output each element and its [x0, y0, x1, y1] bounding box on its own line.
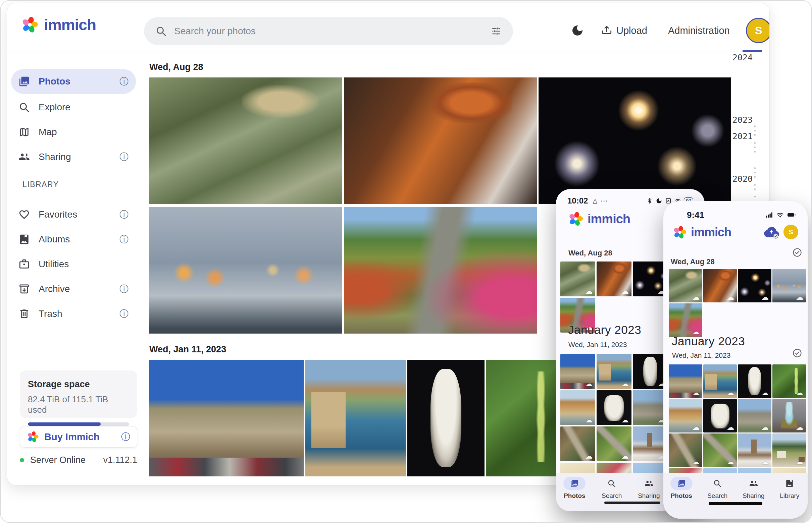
- user-avatar[interactable]: S: [746, 18, 770, 43]
- sidebar-item-photos[interactable]: Photos ⓘ: [11, 69, 136, 94]
- timeline-year[interactable]: 2021: [731, 131, 753, 141]
- photo-lizard[interactable]: ☁: [560, 427, 595, 461]
- sidebar-item-explore[interactable]: Explore: [11, 95, 136, 120]
- cloud-backup-icon: ☁: [727, 294, 734, 301]
- nav-item-sharing[interactable]: Sharing: [736, 477, 771, 500]
- photo-monkeys[interactable]: [149, 77, 342, 204]
- info-icon[interactable]: ⓘ: [119, 235, 128, 244]
- sidebar-item-sharing[interactable]: Sharing ⓘ: [11, 144, 136, 169]
- photo-berries[interactable]: [486, 360, 563, 476]
- upload-button[interactable]: Upload: [601, 25, 647, 36]
- timeline-year[interactable]: 2024: [731, 53, 753, 62]
- nav-item-sharing[interactable]: Sharing: [632, 477, 667, 500]
- timeline-year[interactable]: 2023: [731, 115, 753, 125]
- nav-item-photos[interactable]: Photos: [664, 477, 699, 500]
- mobile-mockup-ios: 9:41 immich S Wed, Aug 28 ☁ ☁ ☁ ☁ ☁ Janu…: [663, 201, 808, 519]
- photo-beach[interactable]: ☁: [669, 399, 702, 432]
- photo-bust[interactable]: ☁: [738, 364, 772, 398]
- timeline-scrubber-handle[interactable]: [743, 50, 762, 52]
- photo-dinner[interactable]: ☁: [597, 262, 632, 296]
- date-group-header: Wed, Aug 28: [671, 257, 715, 266]
- online-status-dot: [20, 458, 24, 462]
- search-filter-icon[interactable]: [491, 26, 502, 37]
- photo-autumn-path[interactable]: [344, 207, 537, 333]
- photo-fireworks[interactable]: ☁: [633, 262, 668, 296]
- cloud-backup-icon: ☁: [585, 453, 592, 460]
- storage-usage: 82.4 TiB of 115.1 TiB used: [28, 394, 129, 415]
- sidebar-item-albums[interactable]: Albums ⓘ: [11, 227, 136, 252]
- nav-item-library[interactable]: Library: [772, 477, 807, 500]
- info-icon[interactable]: ⓘ: [119, 77, 128, 86]
- immich-flower-icon: [21, 16, 39, 34]
- cloud-backup-icon: ☁: [796, 389, 803, 397]
- info-icon[interactable]: ⓘ: [121, 432, 130, 441]
- people-icon: [749, 479, 758, 488]
- storage-title: Storage space: [28, 379, 129, 390]
- info-icon[interactable]: ⓘ: [119, 210, 128, 219]
- search-bar[interactable]: Search your photos: [144, 17, 513, 45]
- photo-castle[interactable]: ☁: [669, 364, 702, 398]
- photo-ruins[interactable]: ☁: [738, 399, 772, 432]
- photo-lizard[interactable]: ☁: [703, 433, 737, 467]
- sidebar-item-trash[interactable]: Trash ⓘ: [11, 301, 136, 326]
- cloud-backup-icon: ☁: [692, 294, 699, 301]
- photo-lizard[interactable]: ☁: [669, 433, 702, 467]
- photo-beach[interactable]: ☁: [560, 390, 595, 425]
- nav-item-photos[interactable]: Photos: [557, 477, 592, 500]
- sidebar-item-archive[interactable]: Archive ⓘ: [11, 276, 136, 301]
- info-icon[interactable]: ⓘ: [119, 309, 128, 319]
- photo-dinner[interactable]: [344, 77, 537, 204]
- sidebar-item-utilities[interactable]: Utilities: [11, 252, 136, 276]
- photo-coastal[interactable]: ☁: [703, 364, 737, 398]
- app-name: immich: [44, 16, 96, 34]
- photo-berries[interactable]: ☁: [773, 364, 806, 398]
- photo-lizard[interactable]: ☁: [597, 427, 632, 461]
- app-logo[interactable]: immich: [21, 16, 96, 34]
- photo-hands[interactable]: ☁: [773, 269, 806, 302]
- photo-ruins[interactable]: ☁: [633, 390, 668, 425]
- photo-centerpiece[interactable]: ☁: [773, 399, 806, 432]
- select-day-check-icon[interactable]: [792, 348, 802, 358]
- select-all-check-icon[interactable]: [792, 248, 802, 257]
- photo-sculpture[interactable]: ☁: [703, 399, 737, 432]
- theme-toggle-button[interactable]: [564, 24, 591, 37]
- buy-immich-button[interactable]: Buy Immich ⓘ: [20, 426, 137, 448]
- photo-hands[interactable]: [149, 207, 342, 333]
- photo-fireworks[interactable]: [538, 77, 731, 204]
- photo-coastal[interactable]: ☁: [597, 354, 632, 389]
- info-icon[interactable]: ⓘ: [119, 285, 128, 294]
- administration-link[interactable]: Administration: [668, 25, 730, 36]
- photo-bust[interactable]: ☁: [633, 354, 668, 389]
- app-logo: immich: [568, 211, 630, 227]
- photo-fireworks[interactable]: ☁: [738, 269, 772, 302]
- map-icon: [18, 126, 30, 138]
- archive-icon: [18, 283, 30, 295]
- search-icon: [713, 479, 722, 488]
- sidebar-item-map[interactable]: Map: [11, 120, 136, 144]
- nav-item-search[interactable]: Search: [700, 477, 735, 500]
- photo-castle[interactable]: [149, 360, 304, 476]
- photo-coastal[interactable]: [305, 360, 406, 476]
- photo-bust[interactable]: [407, 360, 485, 476]
- sidebar-item-favorites[interactable]: Favorites ⓘ: [11, 202, 136, 227]
- user-avatar[interactable]: S: [783, 224, 798, 239]
- search-input[interactable]: Search your photos: [174, 26, 484, 37]
- date-group-header: Wed, Aug 28: [149, 62, 203, 72]
- photo-monkeys[interactable]: ☁: [669, 269, 702, 302]
- cloud-sync-icon[interactable]: [763, 225, 779, 239]
- photo-monkeys[interactable]: ☁: [560, 262, 595, 296]
- info-icon[interactable]: ⓘ: [119, 152, 128, 162]
- photo-dinner[interactable]: ☁: [703, 269, 737, 302]
- photo-castle[interactable]: ☁: [560, 354, 595, 389]
- photo-winter-village[interactable]: ☁: [633, 427, 668, 461]
- photo-winter-village[interactable]: ☁: [738, 433, 772, 467]
- photo-autumn-path[interactable]: ☁: [669, 303, 702, 337]
- wifi-icon: [776, 211, 784, 219]
- bottom-navigation: Photos Search Sharing Library: [663, 473, 808, 519]
- app-logo: immich: [673, 225, 731, 239]
- timeline-year[interactable]: 2020: [731, 174, 753, 184]
- photo-sculpture[interactable]: ☁: [597, 390, 632, 425]
- photo-alpine-farm[interactable]: ☁: [773, 433, 806, 467]
- status-time: 10:02: [567, 196, 588, 205]
- nav-item-search[interactable]: Search: [594, 477, 629, 500]
